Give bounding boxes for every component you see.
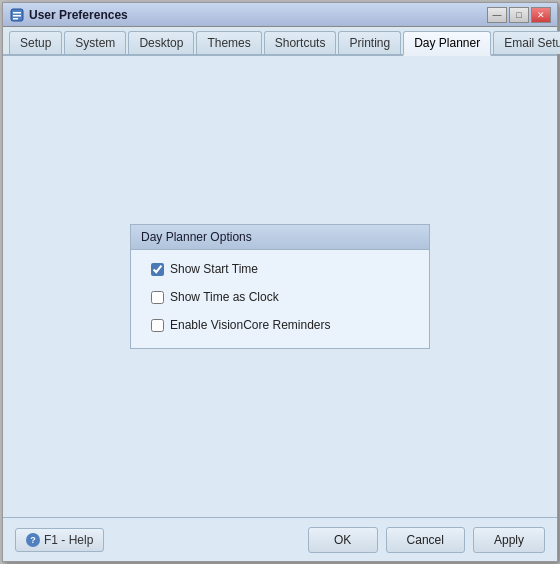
svg-rect-1: [13, 12, 21, 14]
tab-desktop[interactable]: Desktop: [128, 31, 194, 54]
restore-button[interactable]: □: [509, 7, 529, 23]
cancel-button[interactable]: Cancel: [386, 527, 465, 553]
window-controls: — □ ✕: [487, 7, 551, 23]
help-button[interactable]: ? F1 - Help: [15, 528, 104, 552]
window-title: User Preferences: [29, 8, 487, 22]
help-label: F1 - Help: [44, 533, 93, 547]
options-group-header: Day Planner Options: [131, 225, 429, 250]
tab-system[interactable]: System: [64, 31, 126, 54]
footer: ? F1 - Help OK Cancel Apply: [3, 517, 557, 561]
enable-visioncore-reminders-checkbox[interactable]: [151, 319, 164, 332]
show-time-as-clock-row: Show Time as Clock: [151, 290, 409, 304]
main-window: User Preferences — □ ✕ Setup System Desk…: [2, 2, 558, 562]
svg-rect-2: [13, 15, 21, 17]
options-group-body: Show Start Time Show Time as Clock Enabl…: [131, 250, 429, 348]
enable-visioncore-reminders-label: Enable VisionCore Reminders: [170, 318, 331, 332]
tab-email-setup[interactable]: Email Setup: [493, 31, 560, 54]
show-time-as-clock-label: Show Time as Clock: [170, 290, 279, 304]
tab-setup[interactable]: Setup: [9, 31, 62, 54]
show-start-time-checkbox[interactable]: [151, 263, 164, 276]
help-icon: ?: [26, 533, 40, 547]
day-planner-options-group: Day Planner Options Show Start Time Show…: [130, 224, 430, 349]
window-icon: [9, 7, 25, 23]
tab-themes[interactable]: Themes: [196, 31, 261, 54]
tab-bar: Setup System Desktop Themes Shortcuts Pr…: [3, 27, 557, 56]
content-area: Day Planner Options Show Start Time Show…: [3, 56, 557, 517]
show-start-time-label: Show Start Time: [170, 262, 258, 276]
enable-visioncore-reminders-row: Enable VisionCore Reminders: [151, 318, 409, 332]
minimize-button[interactable]: —: [487, 7, 507, 23]
tab-printing[interactable]: Printing: [338, 31, 401, 54]
ok-button[interactable]: OK: [308, 527, 378, 553]
apply-button[interactable]: Apply: [473, 527, 545, 553]
svg-rect-3: [13, 18, 18, 20]
close-button[interactable]: ✕: [531, 7, 551, 23]
title-bar: User Preferences — □ ✕: [3, 3, 557, 27]
show-start-time-row: Show Start Time: [151, 262, 409, 276]
tab-day-planner[interactable]: Day Planner: [403, 31, 491, 56]
footer-right-buttons: OK Cancel Apply: [308, 527, 545, 553]
tab-shortcuts[interactable]: Shortcuts: [264, 31, 337, 54]
show-time-as-clock-checkbox[interactable]: [151, 291, 164, 304]
